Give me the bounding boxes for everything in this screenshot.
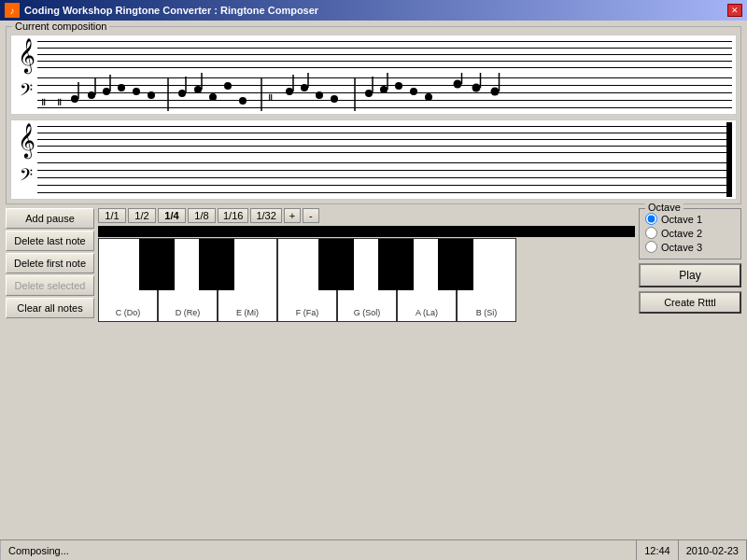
status-date: 2010-02-23 xyxy=(679,540,747,560)
octave-2-row: Octave 2 xyxy=(645,227,735,239)
octave-2-radio[interactable] xyxy=(645,227,657,239)
svg-point-24 xyxy=(331,95,338,103)
delete-first-button[interactable]: Delete first note xyxy=(6,253,94,273)
svg-text:𝄃𝄃: 𝄃𝄃 xyxy=(42,98,47,107)
svg-point-35 xyxy=(454,80,462,89)
bottom-controls: Add pause Delete last note Delete first … xyxy=(6,208,741,319)
svg-point-21 xyxy=(286,88,293,95)
clear-all-button[interactable]: Clear all notes xyxy=(6,298,94,318)
keyboard-top-bar xyxy=(98,226,635,237)
piano-keyboard: C (Do) D (Re) E (Mi) F (Fa) xyxy=(98,226,635,319)
bass-clef-top: 𝄢 xyxy=(15,80,37,105)
status-composing: Composing... xyxy=(0,540,637,560)
svg-point-23 xyxy=(316,91,323,99)
treble-clef-top: 𝄞 xyxy=(15,40,37,70)
octave-1-label: Octave 1 xyxy=(661,214,702,225)
octave-3-radio[interactable] xyxy=(645,241,657,253)
svg-point-6 xyxy=(133,88,140,95)
staff-top: 𝄞 𝄢 xyxy=(10,35,737,115)
key-f[interactable]: F (Fa) xyxy=(277,238,337,322)
svg-point-3 xyxy=(88,91,95,99)
piano-area: 1/1 1/2 1/4 1/8 1/16 1/32 + - C (Do) xyxy=(98,208,635,319)
delete-selected-button[interactable]: Delete selected xyxy=(6,275,94,296)
octave-group-label: Octave xyxy=(645,202,684,213)
left-buttons: Add pause Delete last note Delete first … xyxy=(6,208,94,318)
svg-point-29 xyxy=(380,86,388,93)
svg-point-37 xyxy=(472,84,481,92)
svg-point-15 xyxy=(224,82,232,90)
close-button[interactable]: ✕ xyxy=(727,4,742,17)
svg-point-4 xyxy=(103,88,110,95)
octave-3-label: Octave 3 xyxy=(661,242,702,253)
white-keys-row: C (Do) D (Re) E (Mi) F (Fa) xyxy=(98,238,635,320)
staff-bottom: 𝄞 𝄢 xyxy=(10,119,737,200)
key-e-label: E (Mi) xyxy=(236,308,259,317)
svg-point-5 xyxy=(118,84,125,91)
octave-3-row: Octave 3 xyxy=(645,241,735,253)
octave-group: Octave Octave 1 Octave 2 Octave 3 xyxy=(639,208,741,259)
window-title: Coding Workshop Ringtone Converter : Rin… xyxy=(24,5,318,16)
composition-group: Current composition 𝄞 𝄢 xyxy=(6,26,741,204)
svg-point-39 xyxy=(491,88,500,96)
svg-point-16 xyxy=(239,97,247,105)
dur-1-8[interactable]: 1/8 xyxy=(188,208,216,223)
dur-plus-button[interactable]: + xyxy=(284,208,301,223)
key-a-label: A (La) xyxy=(416,308,438,317)
add-pause-button[interactable]: Add pause xyxy=(6,208,94,229)
key-g-label: G (Sol) xyxy=(354,308,381,317)
dur-1-32[interactable]: 1/32 xyxy=(250,208,281,223)
key-c-label: C (Do) xyxy=(116,308,141,317)
black-key-cs[interactable] xyxy=(139,239,175,290)
delete-last-button[interactable]: Delete last note xyxy=(6,231,94,251)
black-key-as[interactable] xyxy=(438,239,473,290)
svg-point-7 xyxy=(148,91,155,99)
black-key-ds[interactable] xyxy=(199,239,234,290)
svg-point-28 xyxy=(365,90,373,97)
svg-point-13 xyxy=(194,86,202,93)
duration-bar: 1/1 1/2 1/4 1/8 1/16 1/32 + - xyxy=(98,208,635,223)
create-rtttl-button[interactable]: Create Rtttl xyxy=(639,291,741,314)
treble-clef-bottom: 𝄞 xyxy=(15,125,37,155)
right-panel: Octave Octave 1 Octave 2 Octave 3 Play C… xyxy=(639,208,741,314)
key-b-label: B (Si) xyxy=(476,308,498,317)
black-key-fs[interactable] xyxy=(318,239,354,290)
notes-svg-top: 𝄃𝄃 𝄃𝄃 xyxy=(37,73,732,112)
status-bar: Composing... 12:44 2010-02-23 xyxy=(0,539,747,560)
status-time: 12:44 xyxy=(637,540,679,560)
composition-label: Current composition xyxy=(12,21,109,32)
dur-1-4[interactable]: 1/4 xyxy=(158,208,186,223)
svg-point-14 xyxy=(209,93,217,101)
dur-1-16[interactable]: 1/16 xyxy=(218,208,248,223)
black-key-gs[interactable] xyxy=(378,239,414,290)
key-c[interactable]: C (Do) xyxy=(98,238,158,322)
svg-point-22 xyxy=(301,84,308,91)
dur-1-1[interactable]: 1/1 xyxy=(98,208,126,223)
octave-1-row: Octave 1 xyxy=(645,213,735,225)
main-content: Current composition 𝄞 𝄢 xyxy=(0,21,747,539)
key-d-label: D (Re) xyxy=(176,308,201,317)
title-bar: ♪ Coding Workshop Ringtone Converter : R… xyxy=(0,0,747,21)
svg-point-12 xyxy=(178,90,186,97)
svg-text:𝄃𝄃: 𝄃𝄃 xyxy=(269,93,274,103)
app-icon: ♪ xyxy=(5,3,20,18)
dur-1-2[interactable]: 1/2 xyxy=(128,208,156,223)
octave-2-label: Octave 2 xyxy=(661,228,702,239)
play-button[interactable]: Play xyxy=(639,263,741,287)
svg-point-31 xyxy=(410,88,417,95)
octave-1-radio[interactable] xyxy=(645,213,657,225)
key-f-label: F (Fa) xyxy=(296,308,319,317)
svg-point-30 xyxy=(395,82,402,90)
svg-point-2 xyxy=(71,95,78,103)
bass-clef-bottom: 𝄢 xyxy=(15,165,37,189)
svg-text:𝄃𝄃: 𝄃𝄃 xyxy=(58,98,63,107)
dur-minus-button[interactable]: - xyxy=(303,208,319,223)
svg-point-32 xyxy=(425,93,432,101)
